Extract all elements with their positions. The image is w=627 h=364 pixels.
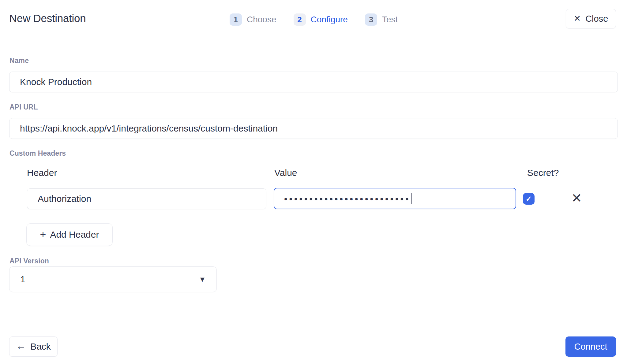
close-button-label: Close: [585, 14, 608, 24]
name-label: Name: [9, 57, 29, 65]
close-button[interactable]: ✕ Close: [566, 9, 616, 28]
remove-header-button[interactable]: ✕: [571, 192, 582, 205]
name-input-value: Knock Production: [20, 77, 92, 87]
step-number-badge: 2: [294, 13, 306, 26]
header-key-input[interactable]: Authorization: [27, 188, 266, 209]
remove-icon: ✕: [571, 191, 582, 205]
step-label: Choose: [247, 15, 276, 24]
api-url-input-value: https://api.knock.app/v1/integrations/ce…: [20, 123, 278, 134]
plus-icon: +: [40, 229, 46, 240]
back-arrow-icon: ←: [16, 341, 26, 351]
new-destination-dialog: New Destination 1 Choose 2 Configure 3 T…: [0, 0, 627, 364]
back-button[interactable]: ← Back: [9, 336, 58, 357]
step-number-badge: 3: [365, 13, 377, 26]
step-number-badge: 1: [230, 13, 242, 26]
custom-headers-label: Custom Headers: [9, 149, 66, 158]
name-input[interactable]: Knock Production: [9, 72, 618, 92]
stepper-step-configure[interactable]: 2 Configure: [294, 13, 348, 26]
checkmark-icon: ✓: [526, 195, 532, 202]
column-label-value: Value: [274, 168, 297, 178]
connect-button[interactable]: Connect: [565, 336, 616, 357]
api-version-label: API Version: [9, 257, 49, 265]
api-version-selected-value: 1: [9, 274, 188, 284]
connect-button-label: Connect: [574, 342, 607, 352]
api-url-input[interactable]: https://api.knock.app/v1/integrations/ce…: [9, 118, 618, 139]
header-value-input[interactable]: •••••••••••••••••••••••••: [274, 188, 516, 209]
select-arrow-zone[interactable]: ▾: [188, 275, 216, 284]
back-button-label: Back: [30, 341, 51, 352]
step-label: Test: [382, 15, 398, 24]
stepper-step-test[interactable]: 3 Test: [365, 13, 398, 26]
page-title: New Destination: [9, 12, 86, 24]
close-icon: ✕: [574, 14, 581, 23]
text-cursor: [411, 193, 412, 204]
header-key-value: Authorization: [38, 194, 91, 204]
chevron-down-icon: ▾: [200, 275, 205, 284]
stepper: 1 Choose 2 Configure 3 Test: [230, 13, 398, 26]
stepper-step-choose[interactable]: 1 Choose: [230, 13, 276, 26]
api-version-select[interactable]: 1 ▾: [9, 266, 217, 292]
step-label: Configure: [311, 15, 348, 24]
add-header-button-label: Add Header: [50, 229, 99, 240]
add-header-button[interactable]: + Add Header: [26, 223, 113, 246]
secret-checkbox[interactable]: ✓: [523, 193, 535, 205]
api-url-label: API URL: [9, 103, 38, 111]
masked-secret-value: •••••••••••••••••••••••••: [284, 195, 411, 204]
column-label-header: Header: [27, 168, 57, 178]
column-label-secret: Secret?: [527, 168, 559, 178]
